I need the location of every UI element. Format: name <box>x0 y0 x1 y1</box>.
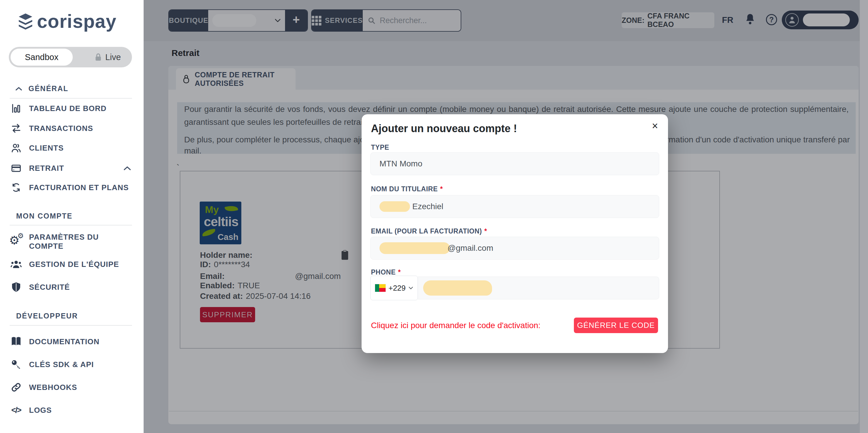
email-visible-value: @gmail.com <box>447 243 493 253</box>
activation-help-text[interactable]: Cliquez ici pour demander le code d'acti… <box>371 321 540 330</box>
holder-redaction <box>379 201 410 212</box>
sidebar-item-label: WEBHOOKS <box>29 383 77 392</box>
section-header-developpeur[interactable]: DÉVELOPPEUR <box>16 312 78 320</box>
benin-flag-icon <box>375 284 385 292</box>
shield-icon <box>10 281 23 293</box>
sidebar-item-cles-sdk-api[interactable]: CLÉS SDK & API <box>10 357 134 372</box>
billing-cycle-icon <box>10 182 23 193</box>
sidebar-item-logs[interactable]: </> LOGS <box>10 403 134 418</box>
gears-icon: ⚙⚙ <box>10 235 23 248</box>
phone-input-group: +229 <box>370 276 659 299</box>
section-label: DÉVELOPPEUR <box>16 312 78 320</box>
book-icon <box>10 337 23 346</box>
chevron-down-icon <box>408 287 413 290</box>
sidebar-item-transactions[interactable]: TRANSACTIONS <box>10 121 134 136</box>
sandbox-toggle-option[interactable]: Sandbox <box>10 48 73 66</box>
sidebar-item-label: SÉCURITÉ <box>29 283 70 292</box>
app-screen: corispay Sandbox Live GÉNÉRAL <box>0 0 868 433</box>
required-mark: * <box>398 268 401 276</box>
holder-visible-value: Ezechiel <box>412 202 443 211</box>
sidebar-item-label: GESTION DE L'ÉQUIPE <box>29 260 119 269</box>
type-label-text: TYPE <box>371 143 389 151</box>
app-logo[interactable]: corispay <box>18 10 116 32</box>
sidebar-item-tableau-de-bord[interactable]: TABLEAU DE BORD <box>10 101 134 116</box>
modal-title: Ajouter un nouveau compte ! <box>371 123 517 135</box>
clients-icon <box>10 142 23 154</box>
required-mark: * <box>485 227 487 235</box>
phone-field-label: PHONE* <box>371 268 401 276</box>
holder-field-label: NOM DU TITULAIRE* <box>371 185 443 193</box>
divider <box>10 325 132 326</box>
phone-number-input[interactable] <box>418 276 659 299</box>
live-toggle-option[interactable]: Live <box>84 47 132 67</box>
holder-name-input[interactable]: Ezechiel <box>370 195 659 218</box>
divider <box>10 98 132 98</box>
section-header-mon-compte[interactable]: MON COMPTE <box>16 212 72 220</box>
sidebar-item-label: TRANSACTIONS <box>29 124 93 133</box>
sidebar-item-facturation-et-plans[interactable]: FACTURATION ET PLANS <box>10 180 134 195</box>
type-select[interactable]: MTN Momo <box>370 152 659 175</box>
sidebar-item-label: CLÉS SDK & API <box>29 360 94 369</box>
chevron-up-icon[interactable] <box>123 166 131 170</box>
sidebar-item-label: TABLEAU DE BORD <box>29 104 106 113</box>
add-account-modal: Ajouter un nouveau compte ! × TYPE MTN M… <box>362 114 668 353</box>
lock-icon <box>95 53 102 61</box>
generate-code-button[interactable]: GÉNÉRER LE CODE <box>574 318 658 333</box>
code-icon: </> <box>10 406 23 415</box>
section-label: GÉNÉRAL <box>28 85 68 93</box>
sidebar-item-label: LOGS <box>29 406 52 415</box>
sidebar-item-label: CLIENTS <box>29 143 64 153</box>
section-header-general[interactable]: GÉNÉRAL <box>16 85 68 93</box>
dial-code-select[interactable]: +229 <box>370 276 418 300</box>
phone-redaction <box>423 280 492 296</box>
bar-chart-icon <box>10 103 23 114</box>
billing-email-input[interactable]: @gmail.com <box>370 237 659 260</box>
sandbox-label: Sandbox <box>25 53 59 62</box>
type-field-label: TYPE <box>371 143 389 152</box>
sidebar-item-gestion-de-lequipe[interactable]: GESTION DE L'ÉQUIPE <box>10 257 134 272</box>
link-icon <box>10 382 23 393</box>
environment-toggle[interactable]: Sandbox Live <box>9 47 132 67</box>
sidebar-item-label: PARAMÈTRES DU COMPTE <box>29 233 134 251</box>
dial-code-value: +229 <box>389 284 406 293</box>
section-label: MON COMPTE <box>16 212 72 220</box>
content-area: BOUTIQUE + SERVICES <box>144 0 868 433</box>
sidebar: corispay Sandbox Live GÉNÉRAL <box>0 0 144 433</box>
credit-card-icon <box>10 163 23 174</box>
app-logo-text: corispay <box>37 10 116 32</box>
sidebar-item-label: FACTURATION ET PLANS <box>29 183 129 192</box>
key-icon <box>10 359 23 370</box>
email-redaction <box>379 242 450 254</box>
email-label-text: EMAIL (POUR LA FACTURATION) <box>371 227 482 235</box>
required-mark: * <box>440 185 443 193</box>
sidebar-item-documentation[interactable]: DOCUMENTATION <box>10 334 134 349</box>
sidebar-item-securite[interactable]: SÉCURITÉ <box>10 279 134 295</box>
sidebar-item-retrait[interactable]: RETRAIT <box>10 161 134 176</box>
holder-label-text: NOM DU TITULAIRE <box>371 185 438 193</box>
sidebar-item-label: DOCUMENTATION <box>29 337 99 346</box>
close-icon[interactable]: × <box>652 121 658 131</box>
divider <box>10 225 132 225</box>
phone-label-text: PHONE <box>371 268 396 276</box>
chevron-up-icon <box>16 87 22 91</box>
live-label: Live <box>105 53 121 62</box>
sidebar-item-webhooks[interactable]: WEBHOOKS <box>10 380 134 395</box>
layers-logo-icon <box>18 13 33 30</box>
email-field-label: EMAIL (POUR LA FACTURATION)* <box>371 227 487 235</box>
team-icon <box>10 259 23 269</box>
sidebar-item-parametres-du-compte[interactable]: ⚙⚙ PARAMÈTRES DU COMPTE <box>10 234 134 249</box>
sidebar-item-clients[interactable]: CLIENTS <box>10 140 134 156</box>
transfer-arrows-icon <box>10 123 23 134</box>
sidebar-item-label: RETRAIT <box>29 164 64 173</box>
type-value: MTN Momo <box>379 159 422 168</box>
